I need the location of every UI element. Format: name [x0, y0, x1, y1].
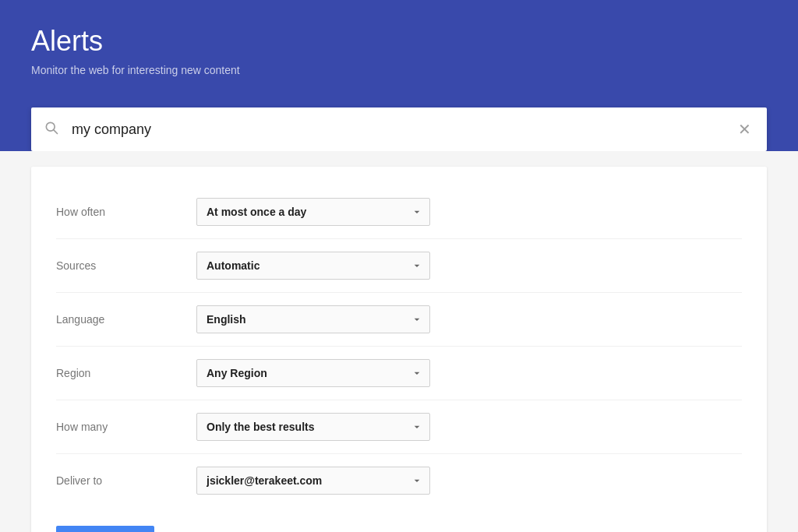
form-rows: How oftenAs-it-happensAt most once a day…	[56, 185, 742, 507]
options-card: How oftenAs-it-happensAt most once a day…	[31, 167, 767, 532]
form-label-language: Language	[56, 313, 196, 326]
page-subtitle: Monitor the web for interesting new cont…	[31, 64, 767, 76]
actions-row: Create Alert Hide options	[56, 526, 742, 532]
main-content: How oftenAs-it-happensAt most once a day…	[0, 151, 798, 532]
form-select-how-often[interactable]: As-it-happensAt most once a dayAt most o…	[196, 198, 430, 226]
form-row-sources: SourcesAutomaticNewsBlogsWebVideoBooksDi…	[56, 239, 742, 293]
form-row-how-often: How oftenAs-it-happensAt most once a day…	[56, 185, 742, 239]
svg-line-1	[54, 129, 58, 133]
search-bar-wrapper: ✕	[0, 107, 798, 151]
form-select-region[interactable]: Any RegionUnited StatesUnited KingdomCan…	[196, 359, 430, 387]
form-label-how-often: How often	[56, 206, 196, 218]
form-row-region: RegionAny RegionUnited StatesUnited King…	[56, 347, 742, 400]
search-bar: ✕	[31, 107, 767, 151]
form-label-region: Region	[56, 367, 196, 379]
clear-icon[interactable]: ✕	[735, 117, 754, 142]
form-select-deliver-to[interactable]: jsickler@terakeet.com	[196, 467, 430, 495]
search-input[interactable]	[72, 122, 735, 138]
page-title: Alerts	[31, 25, 767, 58]
form-label-how-many: How many	[56, 421, 196, 433]
search-icon	[44, 120, 59, 139]
form-select-language[interactable]: EnglishFrenchSpanishGermanChinese	[196, 305, 430, 333]
form-select-how-many[interactable]: Only the best resultsAll results	[196, 413, 430, 441]
form-select-sources[interactable]: AutomaticNewsBlogsWebVideoBooksDiscussio…	[196, 252, 430, 280]
form-label-sources: Sources	[56, 259, 196, 272]
form-row-how-many: How manyOnly the best resultsAll results	[56, 400, 742, 454]
header: Alerts Monitor the web for interesting n…	[0, 0, 798, 107]
form-row-language: LanguageEnglishFrenchSpanishGermanChines…	[56, 293, 742, 347]
create-alert-button[interactable]: Create Alert	[56, 526, 154, 532]
form-label-deliver-to: Deliver to	[56, 474, 196, 487]
form-row-deliver-to: Deliver tojsickler@terakeet.com	[56, 454, 742, 507]
